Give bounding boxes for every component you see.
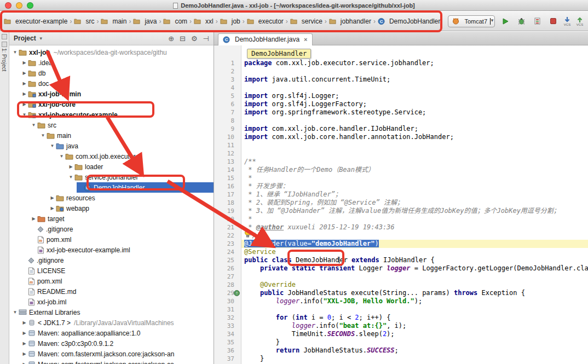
collapsed-arrow-icon[interactable]: ▶ (21, 331, 28, 336)
code-line-26[interactable]: 26 private static transient Logger logge… (214, 264, 588, 273)
code-line-36[interactable]: 36 return JobHandleStatus.SUCCESS; (214, 346, 588, 355)
settings-gear-icon[interactable]: ⚙ (191, 34, 198, 43)
breadcrumb-item-xxl[interactable]: xxl (192, 16, 215, 26)
collapsed-arrow-icon[interactable]: ▶ (21, 362, 28, 364)
vcs-commit-button[interactable]: VCS (576, 16, 584, 26)
collapsed-arrow-icon[interactable]: ▶ (21, 320, 28, 325)
run-button[interactable] (500, 16, 511, 27)
expanded-arrow-icon[interactable]: ▼ (11, 50, 19, 55)
breadcrumb-item-service[interactable]: service (289, 16, 324, 26)
breadcrumb-item-main[interactable]: main (99, 16, 128, 26)
code-line-12[interactable]: 12 (214, 149, 588, 158)
code-line-33[interactable]: 33 logger.info("beat at:{}", i); (214, 322, 588, 330)
breadcrumb-item-com[interactable]: com (162, 16, 189, 26)
code-line-8[interactable]: 8 (214, 117, 588, 125)
expanded-arrow-icon[interactable]: ▼ (67, 175, 74, 180)
code-line-37[interactable]: 37 } (214, 355, 588, 363)
code-line-15[interactable]: 15 * (214, 174, 588, 182)
tree-item-idea[interactable]: ▶.idea (9, 57, 214, 68)
expanded-arrow-icon[interactable]: ▼ (58, 154, 65, 159)
tree-item-webapp[interactable]: ▶webapp (9, 203, 214, 213)
tree-item-maven-c3p0-c3p0-0-9-1-2[interactable]: ▶Maven: c3p0:c3p0:0.9.1.2 (9, 338, 214, 349)
debug-button[interactable] (516, 16, 527, 27)
code-line-2[interactable]: 2 (214, 67, 588, 76)
hide-panel-icon[interactable]: ⊣ (203, 34, 209, 43)
tree-item-xxl-job-executor-example-iml[interactable]: xxl-job-executor-example.iml (9, 245, 214, 255)
tree-item-xxl-job-admin[interactable]: ▶xxl-job-admin (9, 89, 214, 99)
tree-item-pom-xml[interactable]: mpom.xml (9, 276, 214, 286)
code-line-3[interactable]: 3import java.util.concurrent.TimeUnit; (214, 76, 588, 84)
collapsed-arrow-icon[interactable]: ▶ (21, 81, 28, 86)
code-line-23[interactable]: 23@JobHander(value="demoJobHandler") (214, 240, 588, 248)
tree-item-loader[interactable]: ▶loader (9, 161, 214, 172)
code-line-28[interactable]: 28 @Override (214, 281, 588, 289)
tool-window-icon[interactable] (2, 42, 7, 47)
code-line-34[interactable]: 34 TimeUnit.SECONDS.sleep(2); (214, 330, 588, 338)
tree-item-readme-md[interactable]: README.md (9, 286, 214, 297)
code-line-17[interactable]: 17 * 1、继承 “IJobHandler”； (214, 190, 588, 199)
tree-item-doc[interactable]: ▶doc (9, 78, 214, 89)
code-line-16[interactable]: 16 * 开发步骤： (214, 182, 588, 190)
tree-item-gitignore[interactable]: .gitignore (9, 255, 214, 265)
code-line-9[interactable]: 9import com.xxl.job.core.handler.IJobHan… (214, 125, 588, 133)
code-line-31[interactable]: 31 (214, 305, 588, 314)
code-line-10[interactable]: 10import com.xxl.job.core.handler.annota… (214, 133, 588, 141)
tree-item-main[interactable]: ▼main (9, 130, 214, 141)
code-line-21[interactable]: 21 * @author xuxueli 2015-12-19 19:43:36 (214, 223, 588, 232)
code-line-32[interactable]: 32 for (int i = 0; i < 2; i++) { (214, 314, 588, 322)
tree-item-maven-com-fasterxml-jackson-core-jackson-an[interactable]: ▶Maven: com.fasterxml.jackson.core:jacks… (9, 349, 214, 359)
tree-item-xxl-job-iml[interactable]: xxl-job.iml (9, 297, 214, 307)
run-with-coverage-button[interactable] (532, 16, 543, 27)
tree-item-gitignore[interactable]: .gitignore (9, 224, 214, 234)
tree-item-service-jobhandler[interactable]: ▼service.jobhandler (9, 172, 214, 182)
tree-item-demojobhandler[interactable]: CDemoJobHandler (9, 182, 214, 193)
collapsed-arrow-icon[interactable]: ▶ (21, 71, 28, 76)
tree-item-xxl-job[interactable]: ▼xxl-job~/workspaces/idea-git-workspace/… (9, 47, 214, 57)
tree-item-xxl-job-core[interactable]: ▶xxl-job-core (9, 99, 214, 109)
tree-item-maven-aopalliance-aopalliance-1-0[interactable]: ▶Maven: aopalliance:aopalliance:1.0 (9, 328, 214, 338)
code-line-1[interactable]: 1package com.xxl.job.executor.service.jo… (214, 59, 588, 67)
project-view-select[interactable]: Project (14, 34, 36, 42)
run-configuration-select[interactable]: Tomcat7 ▼ (448, 15, 495, 27)
breadcrumb-item-java[interactable]: java (131, 16, 158, 26)
locate-icon[interactable]: ⊕ (168, 34, 174, 43)
expanded-arrow-icon[interactable]: ▼ (21, 112, 28, 117)
expanded-arrow-icon[interactable]: ▼ (11, 310, 19, 315)
collapsed-arrow-icon[interactable]: ▶ (67, 164, 74, 169)
collapse-all-icon[interactable]: ⊟ (180, 34, 186, 43)
code-line-13[interactable]: 13/** (214, 158, 588, 166)
tree-item-maven-com-fasterxml-jackson-core-jackson-co[interactable]: ▶Maven: com.fasterxml.jackson.core:jacks… (9, 359, 214, 364)
expanded-arrow-icon[interactable]: ▼ (49, 143, 56, 148)
code-editor[interactable]: DemoJobHandler 1package com.xxl.job.exec… (214, 45, 588, 364)
override-gutter-icon[interactable]: ↑ (234, 290, 240, 296)
breadcrumb-item-executor[interactable]: executor (245, 16, 285, 26)
code-line-19[interactable]: 19 * 3、加 “@JobHander” 注解，注解value值为新增任务生成… (214, 207, 588, 215)
collapsed-arrow-icon[interactable]: ▶ (49, 206, 56, 211)
tree-item-db[interactable]: ▶db (9, 68, 214, 78)
tab-close-icon[interactable]: × (304, 36, 307, 43)
tree-item-pom-xml[interactable]: mpom.xml (9, 234, 214, 245)
tree-item-external-libraries[interactable]: ▼External Libraries (9, 307, 214, 317)
code-line-25[interactable]: 25public class DemoJobHander extends IJo… (214, 256, 588, 264)
code-line-6[interactable]: 6import org.slf4j.LoggerFactory; (214, 100, 588, 108)
code-line-20[interactable]: 20 * (214, 215, 588, 223)
code-line-27[interactable]: 27 (214, 273, 588, 281)
code-line-22[interactable]: 22 */ (214, 232, 588, 240)
collapsed-arrow-icon[interactable]: ▶ (21, 351, 28, 356)
code-line-18[interactable]: 18 * 2、装配到Spring，例如加 “@Service” 注解； (214, 199, 588, 207)
collapsed-arrow-icon[interactable]: ▶ (21, 91, 28, 96)
breadcrumb-item-executor-example[interactable]: executor-example (2, 16, 69, 26)
code-line-4[interactable]: 4 (214, 84, 588, 92)
tree-item-jdk1-7[interactable]: ▶< JDK1.7 >/Library/Java/JavaVirtualMach… (9, 317, 214, 328)
collapsed-arrow-icon[interactable]: ▶ (21, 60, 28, 65)
tree-item-com-xxl-job-executor[interactable]: ▼com.xxl.job.executor (9, 151, 214, 161)
code-line-5[interactable]: 5import org.slf4j.Logger; (214, 92, 588, 100)
project-tool-window-button[interactable]: 1: Project (1, 48, 7, 71)
stop-button[interactable] (547, 16, 558, 27)
code-line-7[interactable]: 7import org.springframework.stereotype.S… (214, 108, 588, 117)
breadcrumb-item-src[interactable]: src (72, 16, 96, 26)
tree-item-license[interactable]: LICENSE (9, 265, 214, 276)
collapsed-arrow-icon[interactable]: ▶ (21, 341, 28, 346)
code-line-30[interactable]: 30 logger.info("XXL-JOB, Hello World."); (214, 297, 588, 305)
code-line-14[interactable]: 14 * 任务Handler的一个Demo（Bean模式） (214, 166, 588, 174)
